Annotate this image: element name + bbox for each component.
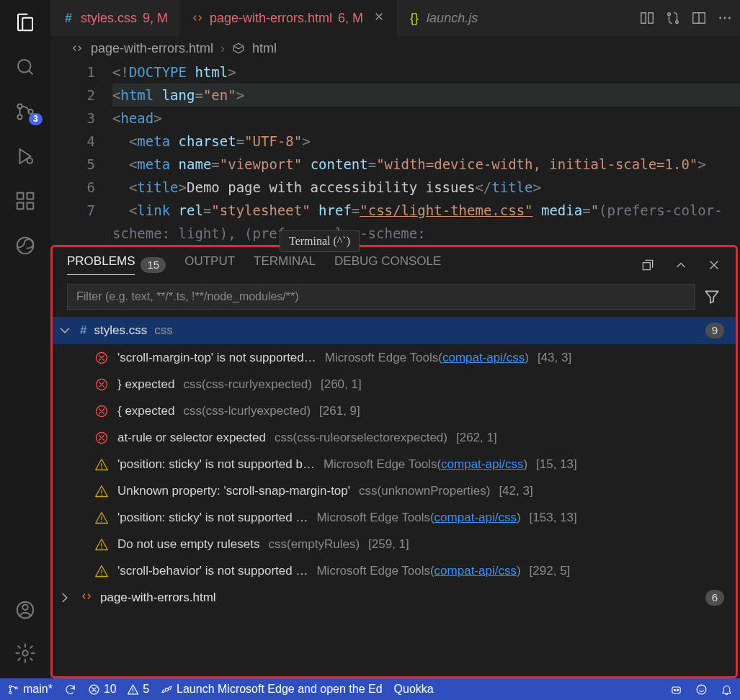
settings-gear-icon[interactable] <box>13 641 37 665</box>
panel-tab-bar: PROBLEMS 15 OUTPUT TERMINAL DEBUG CONSOL… <box>53 247 736 278</box>
launch-status[interactable]: Launch Microsoft Edge and open the Ed <box>161 683 383 696</box>
svg-point-4 <box>27 158 33 164</box>
html-file-icon <box>191 12 204 24</box>
problem-position: [260, 1] <box>321 377 362 392</box>
run-debug-icon[interactable] <box>13 144 37 169</box>
breadcrumb[interactable]: page-with-errors.html › html <box>50 36 740 60</box>
warning-count: 5 <box>143 683 149 696</box>
line-number: 1 <box>71 60 112 84</box>
edge-icon[interactable] <box>13 233 37 258</box>
compare-icon[interactable] <box>639 10 655 26</box>
problem-code-link[interactable]: compat-api/css <box>434 564 517 578</box>
problem-code-link[interactable]: compat-api/css <box>442 351 525 364</box>
error-count: 10 <box>104 683 117 696</box>
html-file-icon <box>80 590 93 606</box>
svg-point-19 <box>724 17 726 19</box>
problem-row[interactable]: Unknown property: 'scroll-snap-margin-to… <box>53 477 736 504</box>
symbol-icon <box>232 42 245 55</box>
line-number: 7 <box>71 199 112 222</box>
git-branch-status[interactable]: main* <box>7 683 53 696</box>
svg-point-12 <box>22 650 28 656</box>
close-icon[interactable] <box>373 11 385 26</box>
search-icon[interactable] <box>13 55 37 79</box>
problem-row[interactable]: 'scroll-behavior' is not supported …Micr… <box>53 557 736 584</box>
panel-tab-output[interactable]: OUTPUT <box>184 254 235 275</box>
group-count: 6 <box>705 590 724 606</box>
group-filename: page-with-errors.html <box>100 591 216 605</box>
panel-tab-problems[interactable]: PROBLEMS <box>67 254 135 275</box>
accounts-icon[interactable] <box>13 598 37 622</box>
problem-position: [153, 13] <box>530 511 577 525</box>
breadcrumb-symbol[interactable]: html <box>252 41 277 56</box>
chevron-right-icon <box>57 590 73 606</box>
feedback-icon[interactable] <box>695 683 708 696</box>
problem-group-header[interactable]: page-with-errors.html6 <box>53 584 736 611</box>
sync-status[interactable] <box>64 683 76 696</box>
warning-icon <box>94 564 109 578</box>
diagnostics-status[interactable]: 10 5 <box>88 683 149 696</box>
problems-panel: PROBLEMS 15 OUTPUT TERMINAL DEBUG CONSOL… <box>50 245 738 678</box>
css-file-icon: # <box>80 323 86 338</box>
status-bar: main* 10 5 Launch Microsoft Edge and ope… <box>0 678 740 700</box>
problem-position: [43, 3] <box>538 351 571 365</box>
warning-icon <box>94 537 109 552</box>
problem-code-link[interactable]: compat-api/css <box>434 511 517 524</box>
tab-filename: launch.js <box>427 11 478 26</box>
tab-diagnostic: 9, M <box>143 11 168 26</box>
extensions-icon[interactable] <box>13 189 37 213</box>
more-icon[interactable] <box>717 10 733 26</box>
problem-row[interactable]: at-rule or selector expectedcss(css-rule… <box>53 424 736 451</box>
problem-position: [15, 13] <box>536 457 577 472</box>
code-editor[interactable]: 1<!DOCTYPE html> 2<html lang="en"> 3<hea… <box>50 60 740 245</box>
svg-rect-6 <box>17 203 24 210</box>
problem-code-link[interactable]: compat-api/css <box>441 457 523 471</box>
css-file-icon: # <box>62 12 75 24</box>
branch-name: main* <box>23 683 53 696</box>
collapse-all-icon[interactable] <box>641 258 655 272</box>
tab-page-with-errors[interactable]: page-with-errors.html 6, M <box>179 0 396 36</box>
problem-source: Microsoft Edge Tools(compat-api/css) <box>325 351 529 365</box>
editor-tabs: # styles.css 9, M page-with-errors.html … <box>50 0 740 36</box>
activity-bar: 3 <box>0 0 50 678</box>
problem-row[interactable]: 'position: sticky' is not supported b…Mi… <box>53 451 736 477</box>
source-control-icon[interactable]: 3 <box>13 99 37 124</box>
problem-row[interactable]: } expectedcss(css-rcurlyexpected)[260, 1… <box>53 371 736 398</box>
breadcrumb-file[interactable]: page-with-errors.html <box>91 41 213 56</box>
git-compare-icon[interactable] <box>665 10 681 26</box>
problem-source: css(emptyRules) <box>268 537 360 552</box>
svg-point-18 <box>719 17 721 19</box>
svg-point-11 <box>22 605 28 611</box>
problem-position: [259, 1] <box>368 537 409 552</box>
copilot-icon[interactable] <box>670 683 682 696</box>
problem-position: [262, 1] <box>456 431 497 445</box>
quokka-status[interactable]: Quokka <box>394 683 434 696</box>
close-panel-icon[interactable] <box>707 258 721 272</box>
split-editor-icon[interactable] <box>691 10 707 26</box>
line-number: 5 <box>71 153 112 176</box>
json-file-icon: {} <box>408 12 421 24</box>
panel-tab-terminal[interactable]: TERMINAL <box>254 254 316 275</box>
problem-message: at-rule or selector expected <box>117 431 266 445</box>
problem-source: css(css-rcurlyexpected) <box>183 377 312 392</box>
tab-launch-js[interactable]: {} launch.js <box>396 0 489 36</box>
problem-row[interactable]: Do not use empty rulesetscss(emptyRules)… <box>53 531 736 557</box>
filter-icon[interactable] <box>703 287 721 306</box>
problem-row[interactable]: 'position: sticky' is not supported …Mic… <box>53 504 736 531</box>
problem-row[interactable]: 'scroll-margin-top' is not supported…Mic… <box>53 344 736 371</box>
explorer-icon[interactable] <box>13 10 37 35</box>
tab-diagnostic: 6, M <box>338 11 363 26</box>
problem-row[interactable]: { expectedcss(css-lcurlyexpected)[261, 9… <box>53 398 736 424</box>
line-number: 4 <box>71 130 112 153</box>
svg-point-34 <box>697 685 706 694</box>
problem-position: [42, 3] <box>499 484 532 498</box>
problem-group-header[interactable]: #styles.csscss9 <box>53 317 736 344</box>
tab-styles-css[interactable]: # styles.css 9, M <box>50 0 179 36</box>
error-icon <box>94 377 109 392</box>
bell-icon[interactable] <box>721 683 733 696</box>
problems-list[interactable]: #styles.csscss9'scroll-margin-top' is no… <box>53 317 736 676</box>
chevron-up-icon[interactable] <box>674 258 688 272</box>
panel-tab-debug-console[interactable]: DEBUG CONSOLE <box>334 254 441 275</box>
group-filename: styles.css <box>94 323 147 338</box>
problems-filter-input[interactable] <box>67 284 695 310</box>
problem-source: Microsoft Edge Tools(compat-api/css) <box>324 457 527 472</box>
